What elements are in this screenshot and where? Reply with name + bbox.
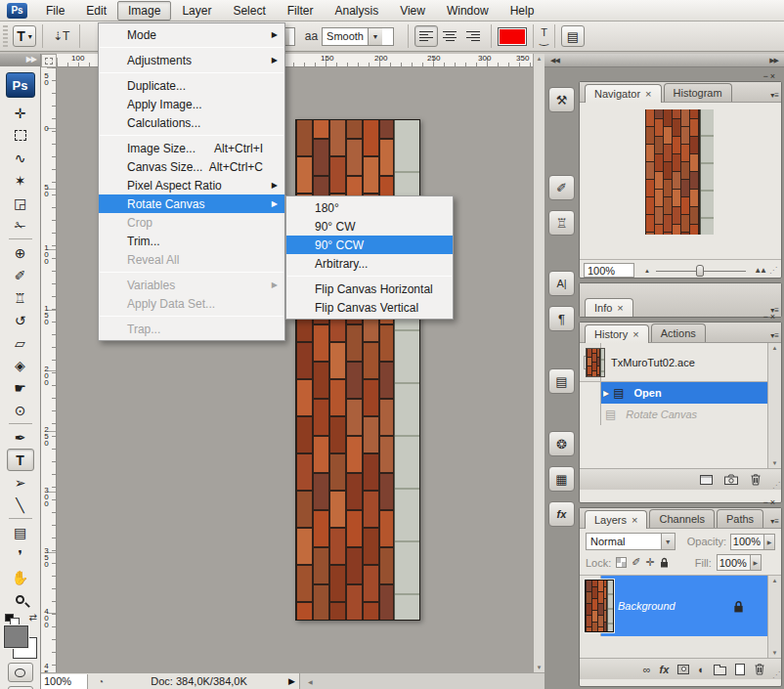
zoom-out-icon[interactable]: ▲: [644, 268, 650, 274]
brush-tool[interactable]: ✐: [7, 264, 34, 286]
menu-view[interactable]: View: [389, 1, 436, 21]
resize-grip[interactable]: ⋰: [772, 670, 780, 679]
anti-alias-select[interactable]: Smooth ▼: [322, 27, 394, 46]
lock-all-icon[interactable]: [660, 557, 669, 568]
layer-thumbnail[interactable]: [585, 580, 614, 632]
set-source-checkbox[interactable]: [580, 382, 601, 404]
blend-mode-select[interactable]: Normal ▼: [586, 533, 675, 550]
magic-wand-tool[interactable]: ✶: [7, 169, 34, 192]
text-orientation-icon[interactable]: ⇣T: [53, 29, 69, 43]
menu-item-rotate-canvas[interactable]: Rotate Canvas▶: [99, 194, 284, 213]
menu-filter[interactable]: Filter: [277, 1, 325, 21]
submenu-item-90cw[interactable]: 90° CW: [286, 217, 453, 236]
layers-scrollbar[interactable]: ▲ ▼: [767, 576, 781, 658]
menu-layer[interactable]: Layer: [171, 1, 222, 21]
resize-grip[interactable]: ⋰: [769, 266, 777, 275]
chevron-down-icon[interactable]: ▼: [368, 28, 382, 45]
minimize-icon[interactable]: −: [762, 71, 769, 81]
foreground-color-swatch[interactable]: [4, 625, 28, 648]
navigator-proxy-view[interactable]: [645, 109, 714, 235]
toolbox-collapse-header[interactable]: ▶▶: [0, 54, 40, 66]
menu-item-image-size[interactable]: Image Size...Alt+Ctrl+I: [99, 139, 284, 157]
menu-item-mode[interactable]: Mode▶: [99, 25, 284, 44]
horizontal-scrollbar[interactable]: ◀: [299, 673, 544, 689]
close-icon[interactable]: ×: [770, 71, 777, 81]
ruler-origin[interactable]: [41, 54, 57, 67]
text-color-swatch[interactable]: [498, 27, 527, 46]
spinner-icon[interactable]: ▶: [763, 535, 774, 549]
lock-transparency-icon[interactable]: [616, 557, 627, 568]
menu-image[interactable]: Image: [117, 1, 171, 21]
chevron-down-icon[interactable]: ▼: [661, 534, 675, 549]
tab-paths[interactable]: Paths: [717, 509, 763, 528]
navigator-thumbnail[interactable]: [645, 109, 714, 235]
menu-item-adjustments[interactable]: Adjustments▶: [99, 51, 284, 69]
tab-layers[interactable]: Layers×: [585, 510, 647, 529]
set-source-checkbox[interactable]: [580, 404, 601, 425]
submenu-item-90ccw[interactable]: 90° CCW: [286, 236, 453, 254]
tool-presets-panel-button[interactable]: ⚒: [548, 87, 575, 112]
menu-edit[interactable]: Edit: [75, 1, 117, 21]
align-left-button[interactable]: [414, 25, 438, 47]
menu-item-variables[interactable]: Variables▶: [99, 276, 284, 294]
menu-item-reveal-all[interactable]: Reveal All: [99, 250, 284, 269]
new-group-folder-icon[interactable]: [714, 667, 726, 675]
path-selection-tool[interactable]: ➢: [7, 471, 34, 494]
hand-tool[interactable]: ✋: [7, 566, 34, 588]
tab-actions[interactable]: Actions: [651, 323, 706, 342]
color-panel-button[interactable]: ❂: [548, 431, 575, 456]
menu-analysis[interactable]: Analysis: [324, 1, 389, 21]
swatches-panel-button[interactable]: ▦: [548, 466, 575, 492]
menu-item-apply-image[interactable]: Apply Image...: [99, 95, 284, 113]
status-forward-icon[interactable]: ▶: [288, 676, 295, 686]
zoom-percent-field[interactable]: 100%: [41, 674, 88, 689]
swap-colors-icon[interactable]: ⇄: [29, 612, 37, 623]
crop-tool[interactable]: ◲: [7, 192, 34, 214]
notes-tool[interactable]: ▤: [7, 521, 34, 543]
menu-item-calculations[interactable]: Calculations...: [99, 113, 284, 132]
zoom-tool[interactable]: [7, 588, 34, 611]
dodge-tool[interactable]: ⊙: [7, 399, 34, 421]
line-tool[interactable]: ╲: [7, 494, 34, 516]
minimize-icon[interactable]: −: [762, 312, 769, 322]
rectangular-marquee-tool[interactable]: [7, 124, 34, 147]
menu-window[interactable]: Window: [436, 1, 500, 21]
menu-item-crop[interactable]: Crop: [99, 213, 284, 232]
panel-menu-icon[interactable]: ▾≡: [770, 331, 779, 340]
scroll-down-icon[interactable]: ▼: [537, 665, 543, 670]
lasso-tool[interactable]: ∿: [7, 147, 34, 169]
move-tool[interactable]: ✛: [7, 102, 34, 124]
quick-mask-button[interactable]: [8, 663, 33, 682]
scroll-up-icon[interactable]: ▲: [772, 345, 778, 351]
lock-position-icon[interactable]: ✛: [646, 556, 655, 569]
menu-select[interactable]: Select: [222, 1, 276, 21]
tab-navigator[interactable]: Navigator×: [585, 84, 662, 103]
clone-stamp-tool[interactable]: ♖: [7, 286, 34, 309]
tab-close-icon[interactable]: ×: [632, 514, 637, 526]
scroll-left-icon[interactable]: ◀: [308, 678, 313, 685]
new-snapshot-camera-icon[interactable]: [724, 474, 738, 485]
zoom-in-icon[interactable]: ▲▲: [754, 266, 765, 275]
new-document-from-state-icon[interactable]: [700, 475, 713, 485]
options-bar-grip[interactable]: [3, 25, 8, 47]
submenu-item-flip-vertical[interactable]: Flip Canvas Vertical: [286, 298, 453, 317]
menu-file[interactable]: File: [35, 1, 75, 21]
submenu-item-180[interactable]: 180°: [286, 198, 453, 217]
dock-collapse-icon[interactable]: ◀◀: [550, 57, 559, 65]
history-state-open[interactable]: ▶ ▤ Open: [580, 382, 781, 404]
close-icon[interactable]: ×: [770, 312, 777, 322]
scroll-down-icon[interactable]: ▼: [772, 650, 778, 656]
tab-close-icon[interactable]: ×: [645, 88, 651, 100]
menu-item-duplicate[interactable]: Duplicate...: [99, 76, 284, 95]
type-tool[interactable]: T: [7, 449, 34, 471]
menu-item-trim[interactable]: Trim...: [99, 232, 284, 250]
tab-history[interactable]: History×: [585, 324, 649, 343]
menu-item-trap[interactable]: Trap...: [99, 320, 284, 338]
smudge-tool[interactable]: ☛: [7, 376, 34, 399]
resize-grip[interactable]: ⋰: [772, 481, 780, 490]
panel-menu-icon[interactable]: ▾≡: [770, 91, 779, 100]
status-compass-icon[interactable]: ◔: [98, 676, 104, 687]
menu-help[interactable]: Help: [500, 1, 545, 21]
vertical-scrollbar[interactable]: ▲ ▼: [533, 54, 544, 672]
tab-info[interactable]: Info×: [585, 298, 633, 317]
